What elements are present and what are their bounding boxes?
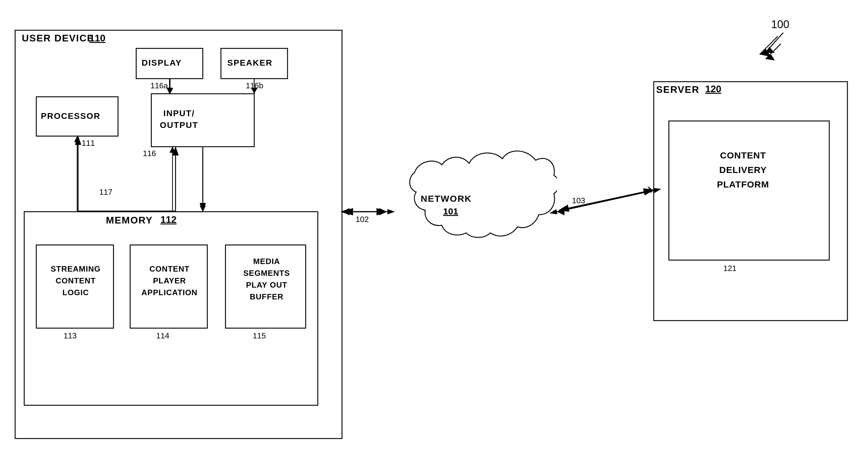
svg-marker-53 <box>765 47 775 53</box>
network-ref: 101 <box>443 206 458 217</box>
svg-line-33 <box>557 191 653 212</box>
svg-line-36 <box>760 36 778 55</box>
diagram: 100 USER DEVICE 110 DISPLAY 116a SPEAKER… <box>0 0 868 460</box>
svg-marker-34 <box>557 208 564 215</box>
bus-ref: 117 <box>99 188 112 197</box>
display-ref: 116a <box>150 81 168 91</box>
svg-rect-22 <box>654 81 847 321</box>
svg-line-0 <box>766 44 781 59</box>
network-ref-102: 102 <box>355 215 369 224</box>
display-label: DISPLAY <box>142 58 182 68</box>
memory-ref: 112 <box>160 214 177 225</box>
network-ref-103: 103 <box>572 196 585 205</box>
io-ref: 116 <box>143 149 156 158</box>
svg-marker-1 <box>766 55 775 61</box>
cdp-ref: 121 <box>723 264 736 273</box>
svg-marker-35 <box>648 186 653 193</box>
user-device-ref: 110 <box>89 33 105 44</box>
svg-marker-37 <box>760 49 771 57</box>
svg-marker-20 <box>169 147 176 153</box>
network-cloud <box>381 145 557 278</box>
processor-label: PROCESSOR <box>41 111 100 121</box>
cdp-label: CONTENTDELIVERYPLATFORM <box>678 148 808 192</box>
network-label: NETWORK <box>421 194 472 204</box>
cpa-ref: 114 <box>156 331 169 340</box>
svg-line-52 <box>765 33 783 53</box>
speaker-ref: 116b <box>246 81 263 91</box>
svg-line-25 <box>557 191 654 212</box>
media-ref: 115 <box>253 331 266 340</box>
svg-marker-49 <box>167 88 173 94</box>
svg-marker-18 <box>74 136 80 142</box>
media-label: MEDIASEGMENTSPLAY OUTBUFFER <box>227 256 306 303</box>
svg-rect-2 <box>15 30 342 438</box>
svg-marker-31 <box>342 208 349 215</box>
memory-label: MEMORY <box>106 215 153 226</box>
streaming-label: STREAMINGCONTENTLOGIC <box>39 263 112 298</box>
io-label: INPUT/OUTPUT <box>160 107 198 131</box>
streaming-ref: 113 <box>64 331 76 340</box>
server-label: SERVER <box>656 84 700 95</box>
svg-rect-7 <box>24 212 318 405</box>
server-ref: 120 <box>705 84 721 95</box>
ref-100: 100 <box>771 18 789 31</box>
speaker-label: SPEAKER <box>227 58 272 68</box>
svg-marker-16 <box>200 206 206 212</box>
processor-ref: 111 <box>82 138 95 148</box>
user-device-label: USER DEVICE <box>22 33 94 44</box>
cpa-label: CONTENTPLAYERAPPLICATION <box>133 263 206 298</box>
